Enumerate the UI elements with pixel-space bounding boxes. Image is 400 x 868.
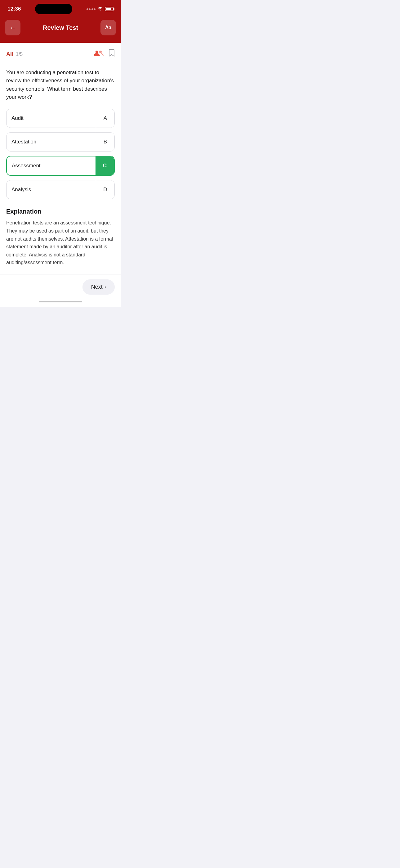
option-d-text: Analysis xyxy=(6,181,96,198)
option-a[interactable]: Audit A xyxy=(6,108,115,128)
dynamic-island xyxy=(35,4,72,14)
next-button[interactable]: Next › xyxy=(82,279,115,294)
people-icon[interactable] xyxy=(94,49,104,59)
option-c[interactable]: Assessment C xyxy=(6,156,115,176)
bottom-bar: Next › xyxy=(0,274,121,298)
option-b-text: Attestation xyxy=(6,133,96,151)
home-bar xyxy=(39,301,82,302)
divider xyxy=(6,63,115,63)
status-bar: 12:36 xyxy=(0,0,121,17)
font-size-label: Aa xyxy=(105,25,111,30)
option-a-text: Audit xyxy=(6,110,96,127)
option-c-letter: C xyxy=(96,156,114,175)
back-arrow-icon: ← xyxy=(10,24,16,31)
wifi-icon xyxy=(97,6,103,12)
explanation-text: Penetration tests are an assessment tech… xyxy=(6,219,115,267)
svg-point-0 xyxy=(96,51,98,53)
signal-dots xyxy=(87,8,96,10)
font-size-button[interactable]: Aa xyxy=(100,20,116,35)
option-b-letter: B xyxy=(96,132,114,151)
status-time: 12:36 xyxy=(7,6,21,12)
battery-icon xyxy=(105,7,113,11)
header: ← Review Test Aa xyxy=(0,17,121,43)
page-title: Review Test xyxy=(43,24,78,31)
back-button[interactable]: ← xyxy=(5,20,21,35)
question-text: You are conducting a penetration test to… xyxy=(6,69,115,101)
next-label: Next xyxy=(91,284,103,290)
bookmark-icon[interactable] xyxy=(108,49,115,59)
option-d-letter: D xyxy=(96,180,114,199)
option-d[interactable]: Analysis D xyxy=(6,180,115,199)
option-c-text: Assessment xyxy=(7,157,96,175)
svg-point-1 xyxy=(99,51,102,53)
home-indicator xyxy=(0,298,121,307)
explanation-section: Explanation Penetration tests are an ass… xyxy=(6,208,115,274)
answer-options: Audit A Attestation B Assessment C Analy… xyxy=(6,108,115,199)
main-content: All 1/5 You are conducting a penetration… xyxy=(0,43,121,274)
progress-icons xyxy=(94,49,115,59)
status-icons xyxy=(87,6,113,12)
option-b[interactable]: Attestation B xyxy=(6,132,115,152)
progress-row: All 1/5 xyxy=(6,49,115,59)
all-filter-label[interactable]: All xyxy=(6,51,13,57)
next-chevron-icon: › xyxy=(104,284,106,290)
progress-label: All 1/5 xyxy=(6,51,23,57)
question-fraction: 1/5 xyxy=(16,52,23,57)
option-a-letter: A xyxy=(96,109,114,128)
explanation-title: Explanation xyxy=(6,208,115,215)
